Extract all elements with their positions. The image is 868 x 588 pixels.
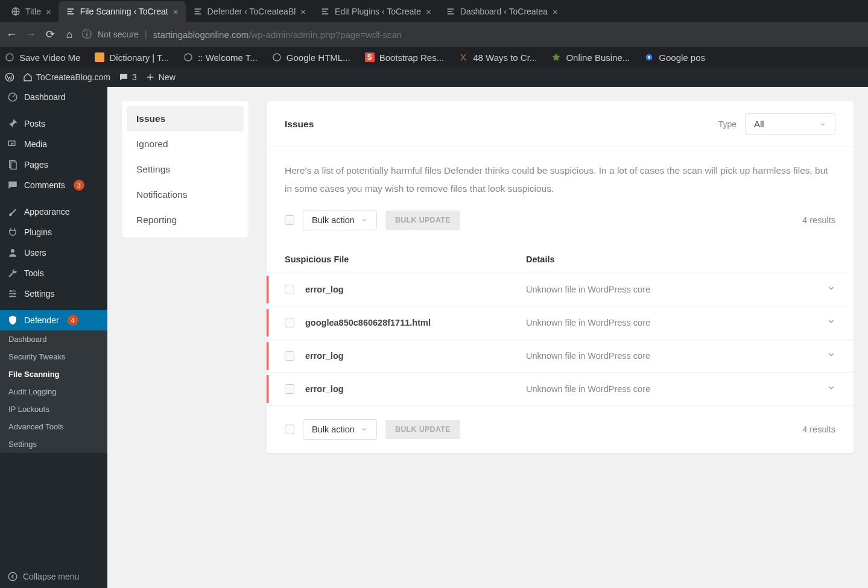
chevron-down-icon xyxy=(827,384,835,392)
sidebar-item-tools[interactable]: Tools xyxy=(0,263,107,283)
media-icon xyxy=(7,139,18,150)
bulk-action-select[interactable]: Bulk action xyxy=(303,210,377,230)
vtab-notifications[interactable]: Notifications xyxy=(127,182,244,207)
sidebar-item-posts[interactable]: Posts xyxy=(0,113,107,134)
sidebar-item-pages[interactable]: Pages xyxy=(0,154,107,175)
bookmark-item[interactable]: SBootstrap Res... xyxy=(365,52,445,63)
bulk-action-label: Bulk action xyxy=(312,215,355,225)
bookmark-item[interactable]: Save Video Me xyxy=(5,52,80,63)
panel-header: Issues Type All xyxy=(267,101,854,147)
sidebar-item-plugins[interactable]: Plugins xyxy=(0,222,107,242)
close-icon[interactable]: × xyxy=(46,7,51,17)
row-checkbox[interactable] xyxy=(285,318,294,327)
new-link[interactable]: New xyxy=(145,72,176,82)
reload-button[interactable]: ⟳ xyxy=(43,28,57,41)
sidebar-item-dashboard[interactable]: Dashboard xyxy=(0,87,107,107)
bookmark-item[interactable]: Dictionary | T... xyxy=(95,52,169,63)
svg-point-1 xyxy=(6,54,13,61)
defender-icon xyxy=(66,7,75,16)
close-icon[interactable]: × xyxy=(553,7,558,17)
expand-toggle[interactable] xyxy=(827,384,835,394)
vtab-ignored[interactable]: Ignored xyxy=(127,131,244,157)
close-icon[interactable]: × xyxy=(300,7,306,17)
issue-detail: Unknown file in WordPress core xyxy=(526,318,827,327)
submenu-ip-lockouts[interactable]: IP Lockouts xyxy=(0,400,107,418)
collapse-menu[interactable]: Collapse menu xyxy=(0,565,107,588)
bookmark-item[interactable]: Online Busine... xyxy=(551,52,630,63)
back-button[interactable]: ← xyxy=(5,28,18,41)
issue-row[interactable]: googlea850c860628f1711.html Unknown file… xyxy=(267,306,854,339)
comments-link[interactable]: 3 xyxy=(119,72,137,82)
bookmark-icon xyxy=(183,52,193,62)
bookmark-label: Google HTML... xyxy=(287,52,350,63)
select-all-checkbox[interactable] xyxy=(285,425,294,434)
browser-tab-active[interactable]: File Scanning ‹ ToCreat × xyxy=(59,1,186,22)
sidebar-item-label: Tools xyxy=(24,268,44,278)
sidebar-item-users[interactable]: Users xyxy=(0,242,107,263)
shield-icon xyxy=(7,315,18,326)
bookmark-item[interactable]: Google pos xyxy=(644,52,705,63)
svg-point-11 xyxy=(11,249,14,253)
submenu-settings[interactable]: Settings xyxy=(0,435,107,453)
browser-tab[interactable]: Edit Plugins ‹ ToCreate × xyxy=(313,1,439,22)
wp-logo[interactable] xyxy=(5,72,14,82)
sidebar-item-label: Dashboard xyxy=(24,92,66,102)
actions-row-top: Bulk action BULK UPDATE 4 results xyxy=(267,207,854,244)
url-path: /wp-admin/admin.php?page=wdf-scan xyxy=(249,30,402,40)
url-display[interactable]: startingablogonline.com/wp-admin/admin.p… xyxy=(153,30,402,40)
vtab-reporting[interactable]: Reporting xyxy=(127,207,244,233)
pages-icon xyxy=(7,159,18,170)
expand-toggle[interactable] xyxy=(827,350,835,361)
expand-toggle[interactable] xyxy=(827,284,835,295)
submenu-advanced-tools[interactable]: Advanced Tools xyxy=(0,418,107,435)
issue-filename: error_log xyxy=(305,285,526,294)
site-info-icon[interactable]: ⓘ xyxy=(82,28,92,41)
bookmark-icon xyxy=(644,52,654,62)
row-checkbox[interactable] xyxy=(285,351,294,361)
submenu-dashboard[interactable]: Dashboard xyxy=(0,330,107,348)
defender-badge: 4 xyxy=(68,315,78,326)
row-checkbox[interactable] xyxy=(285,384,294,394)
svg-point-5 xyxy=(648,56,650,58)
col-suspicious-file: Suspicious File xyxy=(285,254,526,264)
tab-title: Edit Plugins ‹ ToCreate xyxy=(335,7,421,16)
bulk-action-label: Bulk action xyxy=(312,425,355,434)
issue-row[interactable]: error_log Unknown file in WordPress core xyxy=(267,339,854,372)
browser-tab[interactable]: Defender ‹ ToCreateaBl × xyxy=(186,1,314,22)
bookmark-item[interactable]: 48 Ways to Cr... xyxy=(458,52,537,63)
sidebar-item-media[interactable]: Media xyxy=(0,134,107,154)
chevron-down-icon xyxy=(819,121,826,128)
bulk-update-button[interactable]: BULK UPDATE xyxy=(385,420,460,439)
bulk-action-select[interactable]: Bulk action xyxy=(303,419,377,440)
row-checkbox[interactable] xyxy=(285,285,294,294)
sidebar-item-defender[interactable]: Defender4 xyxy=(0,310,107,330)
issue-row[interactable]: error_log Unknown file in WordPress core xyxy=(267,372,854,405)
sidebar-item-settings[interactable]: Settings xyxy=(0,283,107,304)
select-all-checkbox[interactable] xyxy=(285,215,294,225)
vtab-settings[interactable]: Settings xyxy=(127,157,244,182)
close-icon[interactable]: × xyxy=(173,7,179,17)
site-link[interactable]: ToCreateaBlog.com xyxy=(23,72,110,82)
vtab-issues[interactable]: Issues xyxy=(127,106,244,131)
close-icon[interactable]: × xyxy=(426,7,431,17)
issue-row[interactable]: error_log Unknown file in WordPress core xyxy=(267,273,854,306)
pin-icon xyxy=(7,118,18,129)
bookmark-icon xyxy=(551,52,561,62)
address-bar: ← → ⟳ ⌂ ⓘ Not secure | startingablogonli… xyxy=(0,22,868,47)
submenu-file-scanning[interactable]: File Scanning xyxy=(0,365,107,383)
svg-point-2 xyxy=(185,54,192,61)
bulk-update-button[interactable]: BULK UPDATE xyxy=(385,210,460,230)
sidebar-item-appearance[interactable]: Appearance xyxy=(0,201,107,222)
home-button[interactable]: ⌂ xyxy=(63,28,76,41)
bookmark-item[interactable]: :: Welcome T... xyxy=(183,52,258,63)
sidebar-item-label: Plugins xyxy=(24,227,52,237)
sidebar-item-comments[interactable]: Comments3 xyxy=(0,175,107,195)
browser-tab[interactable]: Dashboard ‹ ToCreatea × xyxy=(439,1,565,22)
bookmark-item[interactable]: Google HTML... xyxy=(272,52,350,63)
forward-button[interactable]: → xyxy=(24,28,37,41)
expand-toggle[interactable] xyxy=(827,317,835,328)
browser-tab[interactable]: Title × xyxy=(4,1,59,22)
submenu-audit-logging[interactable]: Audit Logging xyxy=(0,383,107,400)
type-select[interactable]: All xyxy=(745,113,835,134)
submenu-security-tweaks[interactable]: Security Tweaks xyxy=(0,348,107,365)
